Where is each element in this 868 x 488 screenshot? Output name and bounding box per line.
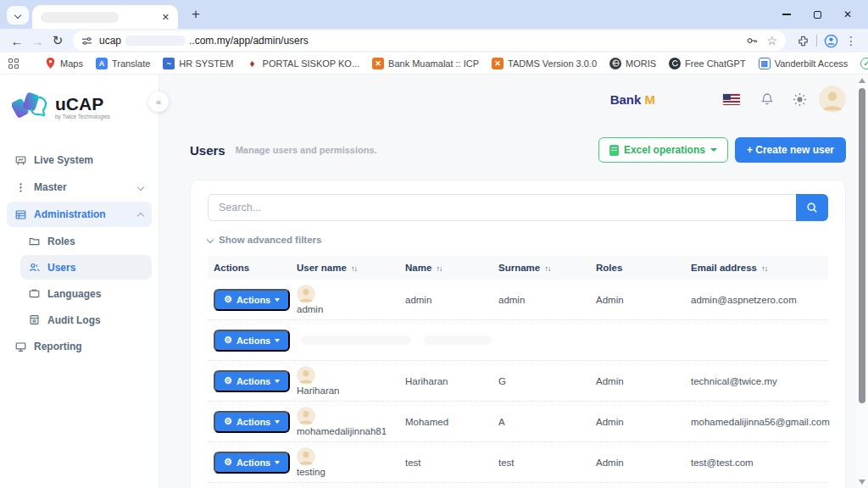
show-advanced-filters-link[interactable]: Show advanced filters <box>208 235 828 245</box>
brand-accent: M <box>645 92 656 107</box>
sidebar-item-reporting[interactable]: Reporting <box>7 334 152 359</box>
site-settings-icon[interactable] <box>81 36 92 47</box>
restore-button[interactable] <box>802 0 832 29</box>
bookmark-item[interactable]: ✕ Bank Muamalat :: ICP <box>372 58 479 69</box>
chevron-down-icon <box>137 184 144 191</box>
column-header-surname[interactable]: Surname ↑↓ <box>494 263 592 273</box>
bookmark-label: Translate <box>112 58 150 69</box>
chatgpt-swirl-icon <box>669 58 681 69</box>
main-area: Bank M Users Manage users and permission… <box>159 75 856 488</box>
user-avatar[interactable] <box>819 86 846 113</box>
column-header-name[interactable]: Name ↑↓ <box>401 263 494 273</box>
bookmark-item[interactable]: A Translate <box>96 58 150 69</box>
sidebar-item-master[interactable]: Master <box>7 175 152 200</box>
sidebar-item-label: Roles <box>47 236 75 247</box>
forward-button[interactable]: → <box>27 30 47 51</box>
back-button[interactable]: ← <box>7 30 27 51</box>
bookmark-star-icon[interactable]: ☆ <box>766 34 777 47</box>
search-input[interactable] <box>208 194 796 221</box>
brand-primary: Bank <box>610 92 642 107</box>
cell-surname: admin <box>494 295 592 305</box>
caret-down-icon <box>275 461 280 464</box>
actions-button[interactable]: ⚙Actions <box>214 411 290 433</box>
sort-icon: ↑↓ <box>761 264 767 273</box>
bookmark-item[interactable]: ~ HR SYSTEM <box>163 58 233 69</box>
tab-search-button[interactable] <box>7 6 29 25</box>
bookmark-item[interactable]: Maps <box>44 58 83 69</box>
browser-tab-strip: ✕ + ✕ <box>0 0 868 29</box>
actions-button[interactable]: ⚙Actions <box>214 370 290 392</box>
excel-operations-button[interactable]: Excel operations <box>598 137 728 163</box>
bank-muamalat-icon: ✕ <box>372 58 384 69</box>
bookmark-label: HR SYSTEM <box>179 58 233 69</box>
sidebar-item-administration[interactable]: Administration <box>7 202 152 227</box>
browser-tab[interactable]: ✕ <box>32 5 178 29</box>
sidebar-collapse-button[interactable]: « <box>148 92 169 112</box>
sort-icon: ↑↓ <box>351 264 357 273</box>
create-new-user-button[interactable]: + Create new user <box>735 137 846 163</box>
search-button[interactable] <box>796 194 828 221</box>
search-row <box>208 194 828 221</box>
sidebar-item-live-system[interactable]: Live System <box>7 147 152 173</box>
scrollbar-thumb[interactable] <box>859 88 865 403</box>
refresh-button[interactable]: ↻ <box>47 30 68 51</box>
address-bar[interactable]: ucap ..com.my/app/admin/users ☆ <box>73 30 786 51</box>
tab-close-icon[interactable]: ✕ <box>162 13 170 22</box>
column-header-username[interactable]: User name ↑↓ <box>292 263 401 273</box>
sidebar-item-label: Live System <box>34 154 93 166</box>
password-key-icon[interactable] <box>746 35 758 47</box>
bookmark-item[interactable]: ✓ ZKBio <box>860 58 868 69</box>
sidebar-item-languages[interactable]: Languages <box>20 281 152 306</box>
master-icon <box>15 182 26 193</box>
apps-grid-icon[interactable] <box>8 58 19 69</box>
bookmark-item[interactable]: ✕ TADMS Version 3.0.0 <box>492 58 597 69</box>
chevron-up-icon <box>137 212 144 219</box>
bookmark-item[interactable]: Free ChatGPT <box>669 58 746 69</box>
cell-roles: Admin <box>592 295 687 305</box>
notifications-bell-icon[interactable] <box>760 92 774 106</box>
profile-icon[interactable] <box>821 30 841 51</box>
browser-toolbar: ← → ↻ ucap ..com.my/app/admin/users ☆ ⋮ <box>0 29 868 53</box>
row-avatar <box>297 285 315 303</box>
sidebar-item-users[interactable]: Users <box>20 255 152 280</box>
sidebar-item-label: Languages <box>47 288 101 300</box>
cell-roles: Admin <box>592 376 687 386</box>
close-button[interactable]: ✕ <box>832 0 863 29</box>
cell-name: Mohamed <box>401 417 494 427</box>
logo-title: uCAP <box>55 95 110 113</box>
cell-username: testing <box>297 467 326 477</box>
url-prefix: ucap <box>99 35 121 47</box>
theme-toggle-sun-icon[interactable] <box>793 92 807 107</box>
moris-globe-icon <box>609 58 621 69</box>
sidebar-item-audit-logs[interactable]: Audit Logs <box>20 308 152 332</box>
language-flag-icon[interactable] <box>723 94 740 105</box>
bookmark-item[interactable]: MORIS <box>609 58 656 69</box>
ucap-logo-icon <box>12 90 49 124</box>
table-row: ⚙Actions Hariharan Hariharan G Admin tec… <box>208 361 828 402</box>
redacted-blur <box>301 336 411 345</box>
filters-label: Show advanced filters <box>219 235 321 245</box>
page-scrollbar[interactable] <box>856 75 868 488</box>
actions-button[interactable]: ⚙Actions <box>214 330 290 352</box>
page-title: Users <box>190 143 225 158</box>
bookmark-item[interactable]: ♦ PORTAL SISKOP KO... <box>247 58 360 69</box>
caret-down-icon <box>275 298 280 302</box>
bookmark-item[interactable]: ▤ Vanderbilt Access <box>759 58 849 69</box>
new-tab-button[interactable]: + <box>185 3 207 25</box>
sidebar-item-roles[interactable]: Roles <box>20 229 152 253</box>
chevron-down-icon <box>14 12 21 19</box>
browser-menu-icon[interactable]: ⋮ <box>841 30 861 51</box>
table-row: ⚙Actions mohamedalijinnah81 Mohamed A Ad… <box>208 402 828 442</box>
zkbio-check-icon: ✓ <box>860 58 868 69</box>
bookmarks-bar: Maps A Translate ~ HR SYSTEM ♦ PORTAL SI… <box>0 53 868 75</box>
actions-button[interactable]: ⚙Actions <box>214 452 290 474</box>
minimize-button[interactable] <box>771 0 802 29</box>
scroll-up-icon[interactable] <box>859 78 865 83</box>
column-header-email[interactable]: Email address ↑↓ <box>687 263 828 273</box>
scroll-down-icon[interactable] <box>859 480 865 485</box>
tab-title-redacted <box>41 12 119 23</box>
extensions-icon[interactable] <box>793 30 813 51</box>
actions-button[interactable]: ⚙Actions <box>214 289 290 311</box>
sidebar-item-label: Users <box>47 262 75 274</box>
hr-system-icon: ~ <box>163 58 175 69</box>
